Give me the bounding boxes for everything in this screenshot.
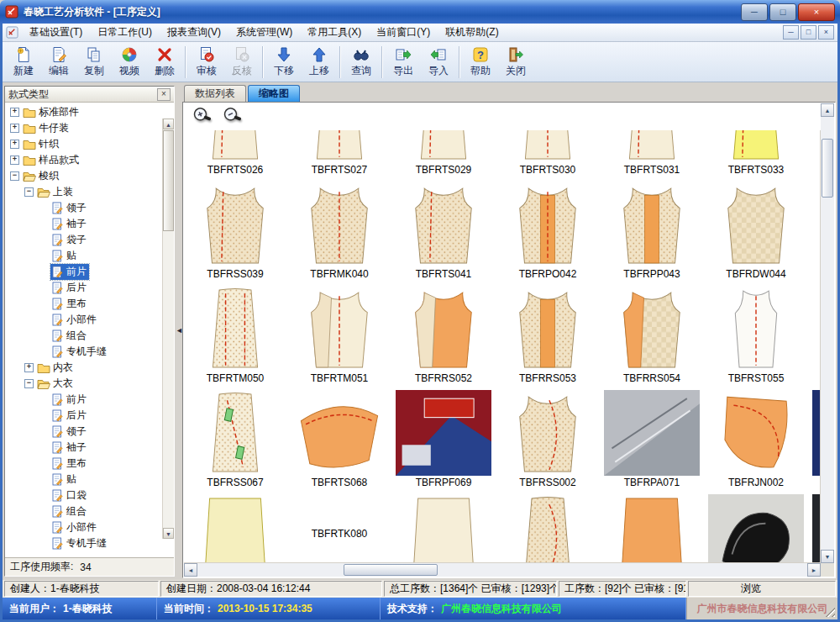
menu-item[interactable]: 当前窗口(Y) xyxy=(369,24,438,40)
tree-item[interactable]: 贴 xyxy=(7,248,162,264)
tree-scroll-down-icon[interactable]: ▼ xyxy=(163,528,174,539)
mdi-close-button[interactable]: × xyxy=(818,25,834,40)
tree-item[interactable]: +样品款式 xyxy=(7,152,162,168)
expand-icon[interactable]: + xyxy=(10,124,19,133)
expand-icon[interactable]: + xyxy=(24,363,34,372)
splitter[interactable]: ◄ xyxy=(175,86,182,577)
grid-cell[interactable] xyxy=(393,494,494,563)
grid-cell[interactable]: TBFRTS026 xyxy=(185,128,286,177)
audit-button[interactable]: 审核 xyxy=(189,43,224,82)
tree-scroll-thumb[interactable] xyxy=(163,130,174,231)
edit-button[interactable]: 编辑 xyxy=(41,43,76,82)
expand-icon[interactable]: + xyxy=(10,108,19,117)
tree-item[interactable]: 领子 xyxy=(7,424,162,440)
tree-item[interactable]: 小部件 xyxy=(7,312,162,328)
grid-cell[interactable]: TBFRRS052 xyxy=(393,286,494,385)
grid-cell[interactable]: TBFRTK080 xyxy=(289,494,390,563)
tree-item[interactable]: 小部件 xyxy=(7,519,162,535)
tree-item[interactable]: 袋子 xyxy=(7,232,162,248)
collapse-icon[interactable]: − xyxy=(24,379,34,388)
tree-scrollbar[interactable]: ▲ ▼ xyxy=(162,119,174,539)
tree-item[interactable]: +内衣 xyxy=(7,360,162,376)
tree-item[interactable]: 前片 xyxy=(7,264,162,280)
tree-item[interactable]: 后片 xyxy=(7,280,162,296)
tree-item[interactable]: 组合 xyxy=(7,503,162,519)
tree-item[interactable]: 里布 xyxy=(7,456,162,472)
menu-item[interactable]: 基础设置(T) xyxy=(22,24,90,40)
mdi-restore-button[interactable]: □ xyxy=(801,25,816,40)
tab-thumbnail[interactable]: 缩略图 xyxy=(248,85,300,102)
tree-item[interactable]: 专机手缝 xyxy=(7,535,162,551)
grid-cell[interactable] xyxy=(185,494,286,563)
scroll-right-icon[interactable]: ► xyxy=(807,563,821,577)
tree-item[interactable]: 后片 xyxy=(7,408,162,424)
grid-cell[interactable]: TBFRST055 xyxy=(706,286,806,385)
grid-cell[interactable]: TBFRJN002 xyxy=(706,390,806,489)
grid-cell[interactable]: TBFRSS039 xyxy=(185,182,286,281)
grid-cell[interactable]: TBFRRS054 xyxy=(601,286,702,385)
grid-cell[interactable]: TBFRTS030 xyxy=(497,128,598,177)
import-button[interactable]: 导入 xyxy=(421,43,456,82)
scroll-up-icon[interactable]: ▲ xyxy=(821,103,834,117)
scroll-down-icon[interactable]: ▼ xyxy=(821,550,834,563)
vertical-scroll-thumb[interactable] xyxy=(822,139,833,198)
menu-item[interactable]: 联机帮助(Z) xyxy=(438,24,506,40)
collapse-icon[interactable]: − xyxy=(10,171,19,181)
tree-item[interactable]: 组合 xyxy=(7,328,162,344)
tree-item[interactable]: 贴 xyxy=(7,472,162,488)
grid-cell[interactable]: TBFRSS067 xyxy=(185,390,286,489)
expand-icon[interactable]: + xyxy=(10,140,19,149)
menu-item[interactable]: 系统管理(W) xyxy=(228,24,300,40)
menu-item[interactable]: 日常工作(U) xyxy=(90,24,160,40)
video-button[interactable]: 视频 xyxy=(112,43,147,82)
collapse-icon[interactable]: − xyxy=(24,187,34,197)
close-panel-icon[interactable]: × xyxy=(157,88,171,101)
new-document-button[interactable]: 新建 xyxy=(6,43,41,82)
exit-button[interactable]: 关闭 xyxy=(498,43,533,82)
grid-cell[interactable]: TBFRTS068 xyxy=(289,390,390,489)
grid-cell[interactable]: TBFRPP043 xyxy=(601,182,702,281)
grid-cell[interactable] xyxy=(601,494,702,563)
grid-cell[interactable]: TBFRPA071 xyxy=(601,390,702,489)
tree-item[interactable]: +针织 xyxy=(7,136,162,152)
grid-cell[interactable]: TBFRTS029 xyxy=(393,128,494,177)
tree-item[interactable]: −梭织 xyxy=(7,168,162,184)
help-button[interactable]: ?帮助 xyxy=(463,43,498,82)
grid-cell[interactable]: TBFRMK040 xyxy=(289,182,390,281)
expand-icon[interactable]: + xyxy=(10,156,19,165)
tree-item[interactable]: +标准部件 xyxy=(7,104,162,120)
close-button[interactable]: × xyxy=(798,3,835,21)
tree-item[interactable]: 前片 xyxy=(7,392,162,408)
menu-item[interactable]: 报表查询(V) xyxy=(160,24,228,40)
search-button[interactable]: 查询 xyxy=(344,43,379,82)
grid-cell[interactable]: TBFRTS033 xyxy=(706,128,806,177)
export-button[interactable]: 导出 xyxy=(386,43,421,82)
grid-cell[interactable] xyxy=(706,494,806,563)
tree-item[interactable]: 袖子 xyxy=(7,440,162,456)
grid-cell[interactable]: TBFRPO042 xyxy=(497,182,598,281)
tree-item[interactable]: 口袋 xyxy=(7,488,162,503)
tree-item[interactable]: 专机手缝 xyxy=(7,344,162,360)
copy-button[interactable]: 复制 xyxy=(76,43,112,82)
tree-scroll-up-icon[interactable]: ▲ xyxy=(163,119,174,129)
mdi-minimize-button[interactable]: ─ xyxy=(783,25,799,40)
zoom-in-button[interactable] xyxy=(192,105,213,127)
minimize-button[interactable]: ─ xyxy=(741,3,768,21)
grid-cell[interactable] xyxy=(497,494,598,563)
maximize-button[interactable]: □ xyxy=(769,3,796,21)
grid-cell[interactable]: TBFRTM051 xyxy=(289,286,390,385)
grid-cell[interactable]: TBFRSS002 xyxy=(497,390,598,489)
move-down-button[interactable]: 下移 xyxy=(266,43,302,82)
grid-cell[interactable]: TBFRTM050 xyxy=(185,286,286,385)
grid-cell[interactable]: TBFRPF069 xyxy=(393,390,494,489)
tree-item[interactable]: −上装 xyxy=(7,184,162,200)
move-up-button[interactable]: 上移 xyxy=(302,43,337,82)
grid-cell[interactable]: TBFRTS031 xyxy=(601,128,702,177)
horizontal-scroll-thumb[interactable] xyxy=(344,564,438,576)
grid-cell[interactable]: TBFRTS041 xyxy=(393,182,494,281)
tree-item[interactable]: 袖子 xyxy=(7,216,162,232)
grid-cell[interactable]: TBFRTS027 xyxy=(289,128,390,177)
vertical-scrollbar[interactable]: ▲ ▼ xyxy=(820,103,834,563)
menu-item[interactable]: 常用工具(X) xyxy=(300,24,369,40)
tree-item[interactable]: 里布 xyxy=(7,296,162,312)
